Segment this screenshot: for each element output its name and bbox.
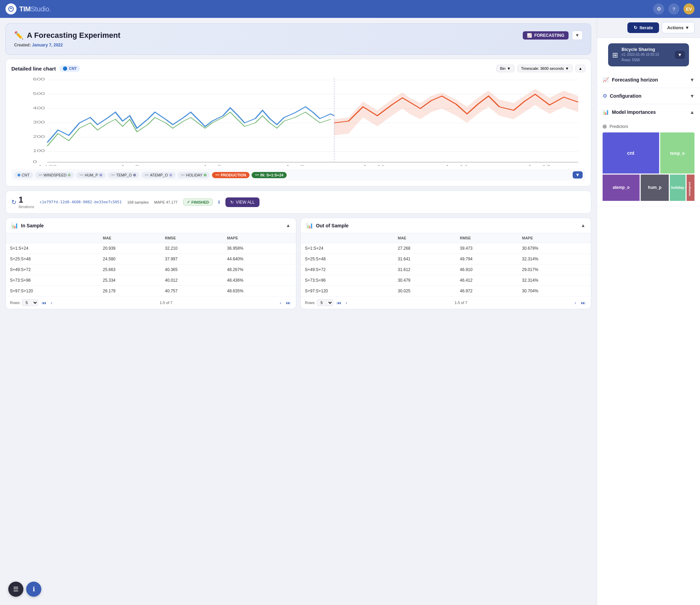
svg-text:Jul 30: Jul 30	[38, 165, 57, 166]
table-row: S+1:S+2427.26839.47330.679%	[301, 243, 591, 254]
user-avatar[interactable]: EV	[683, 3, 694, 14]
legend-item-atemp-o[interactable]: 〰 ATEMP_O	[141, 172, 176, 178]
configuration-chevron-icon: ▼	[690, 93, 694, 99]
out-of-sample-first-page-button[interactable]: ⏮	[335, 300, 342, 306]
out-of-sample-footer: Rows: 510 ⏮ ‹ 1-5 of 7 › ⏭	[301, 296, 591, 309]
legend-item-holiday[interactable]: 〰 HOLIDAY	[178, 172, 210, 178]
timescale-button[interactable]: Timescale: 3600 seconds ▼	[517, 65, 573, 72]
legend-item-production[interactable]: 〰 PRODUCTION	[212, 172, 250, 178]
legend-item-windspeed[interactable]: 〰 WINDSPEED	[35, 172, 74, 178]
out-of-sample-rows-select[interactable]: 510	[317, 299, 333, 306]
in-sample-col-rmse: RMSE	[161, 233, 223, 243]
iteration-samples: 168 samples	[127, 200, 149, 204]
out-of-sample-col-rmse: RMSE	[456, 233, 518, 243]
in-sample-rows-select[interactable]: 510	[22, 299, 38, 306]
out-of-sample-title: Out of Sample	[316, 223, 349, 228]
table-row: S+97:S+12030.02546.97230.704%	[301, 286, 591, 296]
svg-text:atemp_o: atemp_o	[613, 185, 629, 190]
actions-chevron-icon: ▼	[685, 25, 689, 30]
predictor-dot	[603, 125, 607, 129]
legend-item-cnt[interactable]: CNT	[14, 172, 33, 178]
left-panel: ✏️ A Forecasting Experiment 📈 FORECASTIN…	[0, 18, 597, 605]
legend-more-button[interactable]: ▼	[573, 171, 583, 179]
chart-area: 600 500 400 300 200 100 0	[11, 76, 585, 166]
in-sample-prev-page-button[interactable]: ‹	[50, 300, 54, 306]
out-of-sample-prev-page-button[interactable]: ‹	[344, 300, 349, 306]
svg-text:holiday: holiday	[671, 185, 685, 190]
bin-button[interactable]: Bin ▼	[496, 65, 515, 72]
fab-info-button[interactable]: ℹ	[26, 582, 41, 597]
svg-text:temp_o: temp_o	[670, 151, 685, 156]
experiment-dropdown-button[interactable]: ▼	[572, 31, 583, 40]
in-sample-footer: Rows: 510 ⏮ ‹ 1-5 of 7 › ⏭	[6, 296, 296, 309]
iteration-info-icon[interactable]: ℹ	[218, 199, 220, 205]
svg-text:windspeed: windspeed	[688, 182, 691, 196]
help-icon[interactable]: ?	[668, 3, 679, 14]
svg-text:500: 500	[33, 92, 45, 96]
dataset-expand-button[interactable]: ▼	[675, 51, 685, 59]
out-of-sample-header: 📊 Out of Sample ▲	[301, 218, 591, 233]
forecasting-badge-button[interactable]: 📈 FORECASTING	[523, 31, 568, 40]
legend-item-hum-p[interactable]: 〰 HUM_P	[76, 172, 106, 178]
fab-menu-button[interactable]: ☰	[8, 582, 23, 597]
out-of-sample-table: MAE RMSE MAPE S+1:S+2427.26839.47330.679…	[301, 233, 591, 296]
settings-icon[interactable]: ⚙	[653, 3, 664, 14]
legend-item-temp-o[interactable]: 〰 TEMP_O	[108, 172, 139, 178]
iterate-button[interactable]: ↻ Iterate	[627, 22, 659, 33]
dataset-rows: Rows: 5568	[622, 57, 671, 63]
configuration-icon: ⚙	[603, 93, 607, 99]
model-importances-chevron-icon: ▲	[690, 109, 694, 115]
right-actions-bar: ↻ Iterate Actions ▼	[597, 18, 700, 38]
table-row: S+73:S+9625.33440.01248.436%	[6, 275, 296, 286]
topnav-icons: ⚙ ? EV	[653, 3, 694, 14]
predictors-row: Predictors	[603, 124, 694, 129]
dataset-card: ⊞ Bicycle Sharing v1: 2022-01-06 16:55:1…	[608, 43, 689, 66]
in-sample-title: In Sample	[21, 223, 44, 228]
main-layout: ✏️ A Forecasting Experiment 📈 FORECASTIN…	[0, 18, 700, 605]
out-of-sample-rows-control: Rows: 510	[305, 299, 333, 306]
forecasting-horizon-header[interactable]: 📈 Forecasting horizon ▼	[597, 72, 700, 88]
dataset-info: Bicycle Sharing v1: 2022-01-06 16:55:15 …	[622, 47, 671, 63]
in-sample-last-page-button[interactable]: ⏭	[285, 300, 292, 306]
forecasting-badge-label: FORECASTING	[534, 33, 564, 38]
predictors-label: Predictors	[609, 124, 628, 129]
configuration-header[interactable]: ⚙ Configuration ▼	[597, 88, 700, 104]
in-sample-next-page-button[interactable]: ›	[278, 300, 283, 306]
out-of-sample-page-info: 1-5 of 7	[351, 301, 571, 305]
svg-text:Aug 17: Aug 17	[527, 165, 550, 166]
treemap-container: cnt temp_o atemp_o hum_p holiday windspe…	[603, 132, 694, 202]
table-row: S+73:S+9630.47946.41232.314%	[301, 275, 591, 286]
in-sample-col-period	[6, 233, 99, 243]
in-sample-header: 📊 In Sample ▲	[6, 218, 296, 233]
in-sample-icon: 📊	[11, 222, 18, 229]
actions-button[interactable]: Actions ▼	[662, 22, 694, 33]
experiment-card: ✏️ A Forecasting Experiment 📈 FORECASTIN…	[6, 23, 591, 55]
view-all-button[interactable]: ↻ VIEW ALL	[225, 197, 259, 207]
chart-cnt-badge[interactable]: 🔵 CNT	[59, 65, 80, 72]
table-row: S+49:S+7225.66340.36548.267%	[6, 264, 296, 275]
topnav: TIMStudio. ⚙ ? EV	[0, 0, 700, 18]
logo-area: TIMStudio.	[6, 3, 650, 14]
in-sample-first-page-button[interactable]: ⏮	[40, 300, 47, 306]
svg-text:Aug 14: Aug 14	[445, 165, 468, 166]
iteration-mape: MAPE 47.177	[154, 200, 178, 204]
forecasting-horizon-section: 📈 Forecasting horizon ▼	[597, 72, 700, 88]
out-of-sample-col-mape: MAPE	[518, 233, 591, 243]
table-row: S+25:S+4824.58037.99744.640%	[6, 254, 296, 264]
model-importances-header[interactable]: 📊 Model Importances ▲	[597, 104, 700, 120]
table-row: S+1:S+2420.93932.21036.958%	[6, 243, 296, 254]
forecasting-horizon-title: Forecasting horizon	[612, 77, 658, 83]
in-sample-rows-control: Rows: 510	[10, 299, 38, 306]
svg-text:Aug 8: Aug 8	[285, 165, 304, 166]
in-sample-collapse-button[interactable]: ▲	[286, 223, 290, 228]
svg-text:0: 0	[33, 160, 37, 163]
dataset-version: v1: 2022-01-06 16:55:15	[622, 52, 671, 57]
out-of-sample-next-page-button[interactable]: ›	[573, 300, 577, 306]
in-sample-col-mae: MAE	[99, 233, 161, 243]
out-of-sample-last-page-button[interactable]: ⏭	[580, 300, 587, 306]
svg-point-0	[9, 7, 13, 11]
legend-item-ins[interactable]: 〰 IN: S+1:S+24	[252, 172, 287, 178]
chart-expand-button[interactable]: ▲	[575, 65, 585, 72]
out-of-sample-icon: 📊	[306, 222, 313, 229]
out-of-sample-collapse-button[interactable]: ▲	[581, 223, 585, 228]
